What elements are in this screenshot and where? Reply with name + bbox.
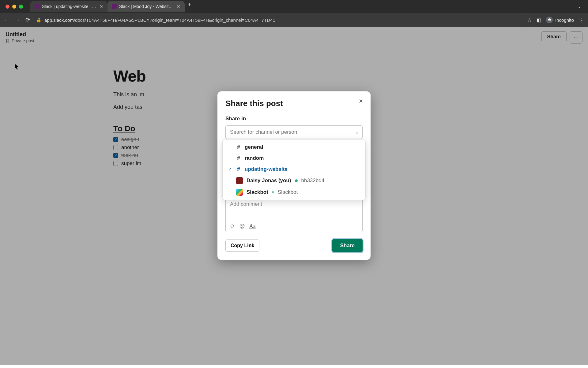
channel-name: updating-website	[245, 166, 288, 172]
dropdown-option-channel[interactable]: # random	[223, 153, 365, 164]
avatar-icon	[236, 189, 243, 196]
tab-overflow-icon[interactable]: ⌄	[573, 4, 586, 9]
modal-title: Share this post	[225, 99, 363, 108]
tab-active[interactable]: Slack | Mood Joy - Website Re ✕	[107, 1, 185, 12]
person-name: Daisy Jonas (you)	[247, 178, 291, 184]
close-button[interactable]: ✕	[356, 97, 365, 105]
search-input[interactable]	[225, 125, 363, 139]
dropdown-option-bot[interactable]: Slackbot ♥ Slackbot	[223, 186, 365, 198]
share-submit-button[interactable]: Share	[332, 239, 363, 252]
reload-button[interactable]: ⟳	[24, 17, 31, 23]
hash-icon: #	[236, 166, 241, 172]
channel-name: random	[245, 155, 264, 161]
dropdown-option-channel[interactable]: # general	[223, 142, 365, 153]
bookmark-star-icon[interactable]: ☆	[527, 17, 532, 23]
incognito-indicator[interactable]: Incognito	[546, 17, 574, 23]
mention-icon[interactable]: @	[239, 223, 245, 229]
new-tab-button[interactable]: +	[185, 1, 194, 12]
side-panel-icon[interactable]: ◧	[537, 17, 541, 23]
avatar-icon	[236, 177, 243, 184]
incognito-label: Incognito	[555, 17, 574, 23]
share-modal: Share this post ✕ Share in ⌄ # general #…	[217, 91, 371, 260]
slack-favicon-icon	[112, 4, 117, 9]
check-icon: ✓	[228, 167, 232, 172]
share-target-dropdown: # general # random ✓ # updating-website …	[222, 140, 366, 200]
chevron-down-icon: ⌄	[355, 129, 359, 135]
bot-subtitle: Slackbot	[278, 189, 298, 195]
window-minimize-icon[interactable]	[12, 5, 16, 9]
hash-icon: #	[236, 155, 241, 161]
comment-toolbar: ☺ @ Aa	[229, 223, 256, 229]
dropdown-option-channel-selected[interactable]: ✓ # updating-website	[223, 164, 365, 175]
channel-name: general	[245, 144, 263, 150]
forward-button[interactable]: →	[14, 17, 20, 23]
url-path: /docs/T04A4T58F4H/F04AG5PLBCY?origin_tea…	[74, 17, 275, 23]
window-controls	[2, 5, 26, 9]
back-button[interactable]: ←	[4, 17, 10, 23]
lock-icon: 🔒	[36, 17, 41, 22]
comment-input[interactable]: Add comment ☺ @ Aa	[225, 197, 363, 232]
heart-icon: ♥	[272, 190, 274, 194]
incognito-icon	[546, 17, 553, 23]
tabs: Slack | updating-website | Moo ✕ Slack |…	[30, 1, 194, 12]
share-in-label: Share in	[225, 116, 363, 122]
browser-menu-button[interactable]: ⋮	[579, 17, 584, 23]
person-id: bb332bd4	[301, 178, 325, 184]
page: Untitled Private post Share ⋯ Web This i…	[0, 27, 588, 365]
url-host: app.slack.com	[44, 17, 74, 23]
window-maximize-icon[interactable]	[19, 5, 23, 9]
slack-favicon-icon	[35, 4, 40, 9]
toolbar-right: ☆ ◧ Incognito ⋮	[527, 17, 584, 23]
tab-close-icon[interactable]: ✕	[177, 4, 180, 9]
address-bar: ← → ⟳ 🔒 app.slack.com/docs/T04A4T58F4H/F…	[0, 13, 588, 27]
window-close-icon[interactable]	[6, 5, 9, 9]
copy-link-button[interactable]: Copy Link	[225, 240, 259, 252]
presence-active-icon	[295, 179, 298, 182]
modal-footer: Copy Link Share	[225, 239, 363, 252]
dropdown-option-person[interactable]: Daisy Jonas (you) bb332bd4	[223, 175, 365, 186]
hash-icon: #	[236, 144, 241, 150]
browser-tabstrip: Slack | updating-website | Moo ✕ Slack |…	[0, 0, 588, 13]
tab-close-icon[interactable]: ✕	[100, 4, 103, 9]
url-text: app.slack.com/docs/T04A4T58F4H/F04AG5PLB…	[44, 17, 275, 23]
formatting-icon[interactable]: Aa	[249, 223, 256, 229]
emoji-icon[interactable]: ☺	[229, 223, 235, 229]
comment-placeholder: Add comment	[230, 201, 262, 207]
share-target-combobox[interactable]: ⌄ # general # random ✓ # updating-websit…	[225, 125, 363, 139]
tab-title: Slack | updating-website | Moo	[42, 4, 97, 9]
omnibox[interactable]: 🔒 app.slack.com/docs/T04A4T58F4H/F04AG5P…	[35, 15, 523, 25]
tab-background[interactable]: Slack | updating-website | Moo ✕	[30, 1, 107, 12]
tab-title: Slack | Mood Joy - Website Re	[119, 4, 174, 9]
bot-name: Slackbot	[247, 189, 268, 195]
